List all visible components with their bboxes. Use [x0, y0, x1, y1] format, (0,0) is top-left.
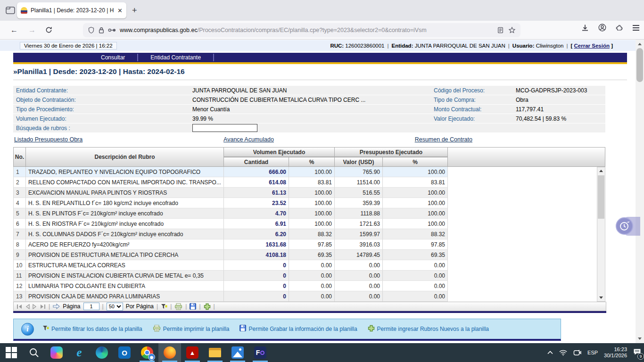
cell-no: 4	[13, 198, 26, 208]
taskbar-chrome-button[interactable]: ◉	[136, 343, 158, 362]
info-label: Monto Contractual:	[431, 105, 513, 114]
taskbar-fes-button[interactable]: F	[249, 343, 272, 362]
taskbar-firefox-button[interactable]	[158, 343, 181, 362]
menu-item-entidad-contratante[interactable]: Entidad Contratante	[138, 53, 213, 62]
wifi-icon[interactable]	[559, 350, 567, 356]
table-body: 1TRAZADO, REPLANTEO Y NIVELACION EQUIPO …	[13, 167, 605, 302]
menu-item-consultar[interactable]: Consultar	[89, 53, 137, 62]
table-scrollbar[interactable]	[597, 167, 605, 302]
cell-no: 2	[13, 177, 26, 188]
col-header-descripcion: Descripción del Rubro	[26, 147, 224, 167]
page-scrollbar-thumb[interactable]	[636, 48, 643, 82]
reader-mode-icon[interactable]	[497, 27, 504, 33]
info-label: Objeto de Contratación:	[13, 95, 190, 104]
cell-pres-pct: 97.85	[383, 239, 448, 250]
legend-text: Permite imprimir la planilla	[163, 326, 230, 332]
meet-now-icon[interactable]	[573, 349, 581, 356]
cell-cantidad: 614.08	[224, 177, 289, 188]
cell-descripcion: PROVISION E INSTALACION CUBIERTA CURVA D…	[26, 271, 224, 281]
browser-tab[interactable]: Planilla1 | Desde: 2023-12-20 | H ✕	[17, 2, 126, 18]
tray-clock[interactable]: 16:2330/1/2026	[604, 346, 627, 359]
taskbar-outlook-button[interactable]: O	[113, 343, 136, 362]
cell-pres-pct: 100.00	[383, 198, 448, 208]
table-scrollbar-thumb[interactable]	[598, 175, 604, 219]
filter-icon	[42, 325, 49, 333]
pager-last-button[interactable]	[40, 304, 46, 309]
shield-icon[interactable]	[88, 26, 95, 34]
reload-icon[interactable]	[45, 26, 52, 33]
permissions-icon[interactable]	[108, 27, 116, 33]
pager-prev-button[interactable]	[25, 304, 30, 309]
col-header-cantidad: Cantidad	[224, 157, 289, 167]
taskbar-copilot-button[interactable]	[45, 343, 68, 362]
pagination-bar: | Página | 50 Por Página | | | | |	[13, 302, 606, 311]
cell-valor: 1599.97	[335, 229, 383, 239]
site-status-bar: Viernes 30 de Enero de 2026 | 16:22 RUC:…	[0, 40, 636, 51]
start-button[interactable]	[0, 343, 23, 362]
taskbar-search-button[interactable]	[23, 343, 45, 362]
bookmark-star-icon[interactable]	[508, 26, 516, 34]
link-listado-presupuesto-obra[interactable]: Listado Presupuesto Obra	[14, 136, 83, 143]
taskbar-edge-button[interactable]	[91, 343, 113, 362]
page-number-input[interactable]	[83, 303, 99, 310]
per-page-select[interactable]: 50	[107, 303, 123, 311]
rubros-search-input[interactable]	[192, 124, 257, 132]
extensions-icon[interactable]	[616, 24, 623, 32]
browser-controls	[581, 24, 639, 32]
save-icon[interactable]	[190, 303, 196, 310]
page-scrollbar[interactable]	[636, 40, 644, 343]
per-page-label: Por Página	[126, 303, 154, 310]
chrome-icon: ◉	[141, 346, 153, 359]
add-rubro-icon[interactable]	[204, 303, 211, 310]
language-indicator[interactable]: ESP	[587, 350, 598, 355]
taskbar-ie-button[interactable]: e	[68, 343, 91, 362]
scroll-up-icon[interactable]	[636, 41, 644, 48]
downloads-icon[interactable]	[581, 24, 589, 32]
taskbar-explorer-button[interactable]	[204, 343, 226, 362]
cell-valor: 0.00	[335, 291, 383, 302]
menu-icon[interactable]	[633, 25, 639, 31]
pager-next-button[interactable]	[33, 304, 37, 309]
cell-no: 1	[13, 167, 26, 177]
tray-expand-icon[interactable]	[547, 351, 553, 354]
account-icon[interactable]	[598, 24, 606, 32]
legend-text: Permite filtrar los datos de la planilla	[51, 326, 142, 332]
cell-no: 13	[13, 291, 26, 302]
tab-close-icon[interactable]: ✕	[117, 7, 123, 14]
col-group-presupuesto: Presupuesto Ejecutado	[335, 147, 448, 157]
notifications-button[interactable]: 9	[633, 348, 641, 357]
acrobat-icon: ▲	[186, 346, 198, 359]
new-tab-button[interactable]: +	[132, 6, 137, 15]
filter-icon[interactable]	[161, 304, 167, 310]
legend-box: i Permite filtrar los datos de la planil…	[13, 319, 561, 341]
info-value: 70,482.54 | 59.83 %	[513, 114, 605, 123]
cell-valor: 3916.03	[335, 239, 383, 250]
link-resumen-de-contrato[interactable]: Resumen de Contrato	[415, 136, 472, 143]
col-header-pres-pct: %	[383, 157, 448, 167]
taskbar-acrobat-button[interactable]: ▲	[181, 343, 204, 362]
print-icon[interactable]	[174, 303, 182, 310]
cell-valor: 0.00	[335, 260, 383, 271]
info-value: JUNTA PARROQUIAL DE SAN JUAN	[190, 86, 431, 95]
save-icon	[239, 325, 246, 333]
scroll-down-icon[interactable]	[636, 335, 644, 342]
logout-link[interactable]: Cerrar Sesión	[574, 43, 610, 49]
cell-descripcion: ACERO DE REFUERZO fy=4200kg/cm²	[26, 239, 224, 250]
firefox-view-icon[interactable]	[6, 6, 15, 15]
url-bar[interactable]: www.compraspublicas.gob.ec/ProcesoContra…	[83, 23, 520, 37]
table-scroll-up-icon[interactable]	[597, 167, 605, 174]
clock-icon[interactable]	[616, 217, 633, 235]
photos-icon	[231, 346, 244, 359]
back-icon[interactable]: ←	[10, 26, 18, 34]
cell-vol-pct: 97.85	[289, 239, 335, 250]
pager-first-button[interactable]	[17, 304, 23, 309]
link-avance-acumulado[interactable]: Avance Acumulado	[223, 136, 274, 143]
time-tracker-widget[interactable]	[616, 216, 640, 237]
table-scroll-down-icon[interactable]	[597, 294, 605, 301]
forward-icon[interactable]: →	[28, 26, 36, 34]
go-to-page-icon[interactable]	[53, 304, 60, 309]
taskbar-photos-button[interactable]	[226, 343, 249, 362]
cell-no: 3	[13, 188, 26, 198]
legend-item: Permite ingresar Rubros Nuevos a la plan…	[368, 325, 489, 334]
cell-no: 6	[13, 219, 26, 229]
